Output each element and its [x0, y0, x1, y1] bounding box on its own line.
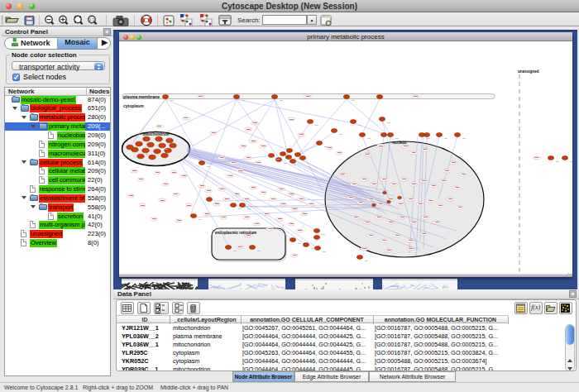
svg-text:plasma membrane: plasma membrane [123, 94, 160, 99]
svg-text:cytoplasm: cytoplasm [123, 103, 144, 108]
svg-text:unassigned: unassigned [518, 69, 539, 74]
svg-text:1:1: 1:1 [89, 18, 95, 22]
